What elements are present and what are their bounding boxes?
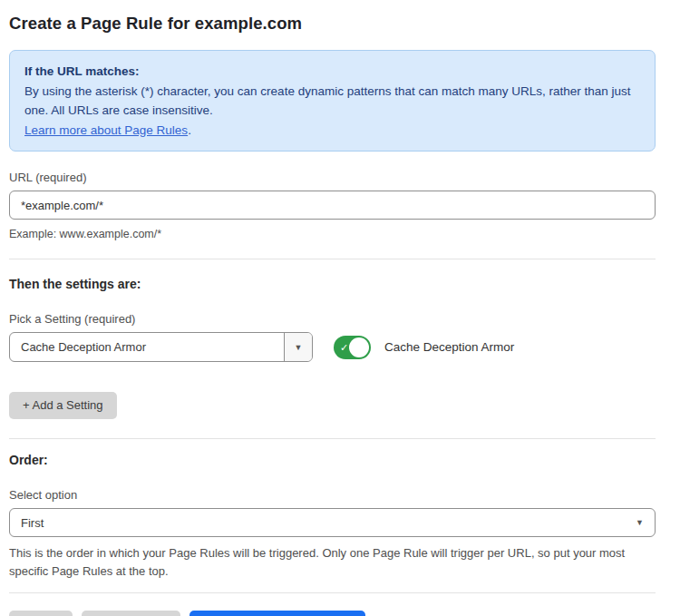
cancel-button[interactable]: Cancel: [9, 611, 73, 616]
page-title: Create a Page Rule for example.com: [9, 14, 656, 34]
toggle-knob: [349, 337, 369, 357]
footer-actions: Cancel Save as Draft Save and Deploy Pag…: [9, 611, 656, 616]
setting-toggle-label: Cache Deception Armor: [384, 340, 514, 354]
save-and-deploy-button[interactable]: Save and Deploy Page Rule: [189, 611, 364, 616]
order-select[interactable]: First ▼: [9, 508, 656, 537]
order-help-text: This is the order in which your Page Rul…: [9, 544, 656, 580]
divider: [9, 259, 656, 259]
check-icon: ✓: [340, 341, 348, 353]
info-box-link-line: Learn more about Page Rules.: [24, 121, 640, 141]
order-select-label: Select option: [9, 488, 656, 502]
setting-toggle[interactable]: ✓: [334, 336, 371, 359]
setting-row: Cache Deception Armor ▼ ✓ Cache Deceptio…: [9, 332, 656, 362]
setting-select-arrow-button[interactable]: ▼: [284, 333, 312, 361]
setting-picker-label: Pick a Setting (required): [9, 312, 656, 326]
chevron-down-icon: ▼: [295, 343, 303, 352]
setting-select[interactable]: Cache Deception Armor ▼: [9, 332, 313, 362]
divider: [9, 438, 656, 439]
settings-section-heading: Then the settings are:: [9, 277, 656, 291]
page-rule-form: Create a Page Rule for example.com If th…: [0, 0, 680, 616]
info-box-body: By using the asterisk (*) character, you…: [24, 82, 640, 121]
info-box-heading: If the URL matches:: [24, 62, 640, 82]
add-setting-button[interactable]: + Add a Setting: [9, 392, 117, 419]
divider: [9, 592, 656, 593]
link-period: .: [188, 123, 191, 137]
order-select-value: First: [21, 516, 636, 530]
order-section-heading: Order:: [9, 453, 656, 467]
chevron-down-icon: ▼: [636, 518, 644, 527]
url-input[interactable]: [9, 191, 656, 220]
save-as-draft-button[interactable]: Save as Draft: [82, 611, 180, 616]
setting-select-value: Cache Deception Armor: [10, 333, 284, 361]
learn-more-link[interactable]: Learn more about Page Rules: [24, 123, 188, 137]
url-field-label: URL (required): [9, 171, 656, 184]
url-example-text: Example: www.example.com/*: [9, 226, 656, 243]
url-match-info-box: If the URL matches: By using the asteris…: [9, 50, 656, 152]
